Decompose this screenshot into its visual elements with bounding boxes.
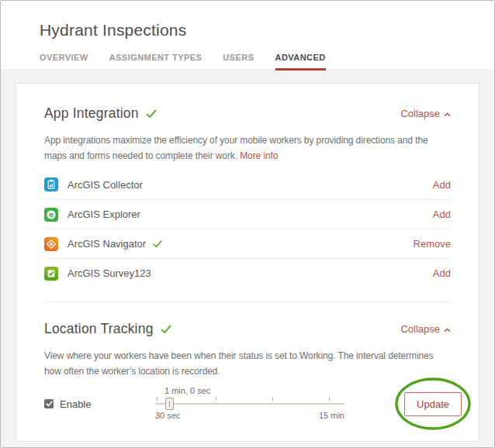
arcgis-explorer-icon: e (44, 208, 58, 222)
interval-slider[interactable]: 1 min, 0 sec 30 sec 15 min (155, 386, 344, 422)
slider-tick (272, 397, 273, 401)
update-button[interactable]: Update (404, 392, 462, 416)
svg-text:e: e (49, 210, 54, 219)
enable-checkbox[interactable] (44, 399, 54, 408)
app-integration-section: App Integration Collapse App integration… (44, 105, 451, 288)
slider-tick (216, 397, 216, 401)
tab-advanced[interactable]: ADVANCED (275, 53, 326, 71)
tab-users[interactable]: USERS (223, 53, 254, 71)
app-name: ArcGIS Survey123 (68, 267, 151, 279)
more-info-link[interactable]: More info (240, 150, 278, 161)
slider-value-label: 1 min, 0 sec (164, 386, 210, 395)
slider-min-label: 30 sec (155, 411, 180, 420)
arcgis-navigator-icon (44, 237, 58, 251)
slider-handle[interactable] (165, 398, 174, 410)
app-name: ArcGIS Navigator (68, 238, 146, 250)
description-text: App integrations maximize the efficiency… (44, 135, 428, 161)
enable-checkbox-row[interactable]: Enable (44, 398, 112, 410)
check-icon (146, 108, 157, 122)
collapse-label: Collapse (400, 323, 440, 335)
chevron-up-icon (444, 323, 451, 335)
page-body: App Integration Collapse App integration… (1, 69, 494, 448)
app-name: ArcGIS Collector (68, 179, 143, 191)
app-row-navigator: ArcGIS Navigator Remove (44, 229, 451, 258)
advanced-settings-card: App Integration Collapse App integration… (16, 83, 479, 442)
add-arcgis-survey123-link[interactable]: Add (433, 267, 451, 279)
section-divider (44, 302, 451, 302)
page-header: Hydrant Inspections OVERVIEW ASSIGNMENT … (1, 1, 494, 69)
remove-arcgis-navigator-link[interactable]: Remove (414, 238, 451, 250)
collapse-app-integration-link[interactable]: Collapse (400, 108, 451, 119)
app-name: ArcGIS Explorer (68, 208, 140, 220)
enable-label: Enable (60, 398, 91, 410)
chevron-up-icon (444, 108, 451, 119)
arcgis-collector-icon (44, 177, 58, 191)
slider-max-label: 15 min (319, 411, 344, 420)
tab-overview[interactable]: OVERVIEW (40, 53, 88, 71)
tab-bar: OVERVIEW ASSIGNMENT TYPES USERS ADVANCED (40, 53, 494, 71)
slider-tick (329, 397, 330, 401)
app-row-collector: ArcGIS Collector Add (44, 170, 451, 199)
section-description: App integrations maximize the efficiency… (44, 133, 451, 164)
app-row-survey123: ArcGIS Survey123 Add (44, 258, 451, 288)
section-title: App Integration (44, 105, 139, 122)
collapse-location-tracking-link[interactable]: Collapse (400, 323, 451, 335)
update-button-area: Update (404, 392, 462, 416)
page-title: Hydrant Inspections (40, 21, 494, 40)
workforce-project-page: Hydrant Inspections OVERVIEW ASSIGNMENT … (0, 0, 495, 448)
check-icon (161, 323, 171, 337)
slider-track[interactable] (155, 403, 344, 405)
slider-tick (157, 397, 158, 401)
app-list: ArcGIS Collector Add e ArcGIS Explorer A… (44, 170, 451, 288)
location-tracking-section: Location Tracking Collapse View where yo… (44, 321, 451, 422)
tab-assignment-types[interactable]: ASSIGNMENT TYPES (109, 53, 202, 71)
arcgis-survey123-icon (44, 267, 58, 281)
add-arcgis-explorer-link[interactable]: Add (433, 208, 451, 220)
section-title: Location Tracking (44, 321, 154, 337)
check-icon (153, 237, 162, 251)
app-row-explorer: e ArcGIS Explorer Add (44, 199, 451, 229)
collapse-label: Collapse (400, 108, 440, 119)
section-description: View where your workers have been when t… (44, 348, 451, 379)
add-arcgis-collector-link[interactable]: Add (433, 179, 451, 191)
tracking-controls-row: Enable 1 min, 0 sec 30 sec 15 min (44, 385, 451, 422)
